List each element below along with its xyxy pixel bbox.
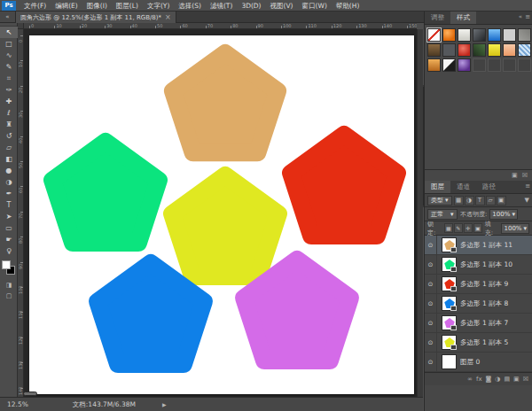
move-tool[interactable]: ↖: [0, 27, 18, 38]
lock-all-icon[interactable]: ▣: [473, 223, 482, 233]
horizontal-scrollbar-thumb[interactable]: [23, 392, 37, 396]
layer-thumbnail[interactable]: [442, 237, 457, 252]
style-default-none[interactable]: [427, 28, 441, 42]
horizontal-scrollbar[interactable]: [18, 391, 417, 397]
menu-item-4[interactable]: 文字(Y): [143, 0, 174, 12]
layer-row[interactable]: ⊙多边形 1 副本 8: [425, 294, 532, 314]
layer-row[interactable]: ⊙多边形 1 副本 11: [425, 236, 532, 255]
dodge-tool[interactable]: ◑: [0, 176, 18, 188]
style-amber-gradient[interactable]: [427, 58, 441, 72]
zoom-tool[interactable]: ♀: [0, 245, 18, 257]
style-blue-weave[interactable]: [518, 43, 531, 57]
layer-thumbnail[interactable]: [442, 354, 457, 369]
delete-layer-icon[interactable]: ☒: [523, 376, 528, 383]
menu-item-0[interactable]: 文件(F): [20, 0, 51, 12]
toggle-visibility-button[interactable]: ⊙: [425, 333, 437, 352]
style-empty-3[interactable]: [503, 58, 516, 72]
filter-shape-layers-icon[interactable]: ▱: [486, 196, 496, 206]
layer-row[interactable]: ⊙多边形 1 副本 7: [425, 314, 532, 333]
path-selection-tool[interactable]: ➤: [0, 211, 18, 222]
menu-item-1[interactable]: 编辑(E): [51, 0, 82, 12]
style-yellow-button[interactable]: [488, 43, 501, 57]
lock-pixels-icon[interactable]: ✎: [454, 223, 463, 233]
style-flat-gray[interactable]: [503, 28, 516, 42]
menu-item-7[interactable]: 3D(D): [237, 0, 265, 12]
menu-item-6[interactable]: 滤镜(T): [206, 0, 237, 12]
new-layer-icon[interactable]: ▣: [513, 376, 520, 383]
document-canvas[interactable]: [29, 35, 414, 394]
clone-stamp-tool[interactable]: ♜: [0, 119, 18, 130]
style-peach[interactable]: [503, 43, 516, 57]
toggle-visibility-button[interactable]: ⊙: [425, 236, 437, 254]
new-adjustment-layer-icon[interactable]: ◑: [495, 376, 500, 383]
style-stone[interactable]: [518, 28, 531, 42]
toggle-visibility-button[interactable]: ⊙: [425, 255, 437, 274]
lock-transparent-icon[interactable]: ▦: [444, 223, 453, 233]
toggle-visibility-button[interactable]: ⊙: [425, 294, 437, 313]
layers-tab-通道[interactable]: 通道: [450, 181, 476, 193]
filter-funnel-icon[interactable]: ▼: [525, 197, 529, 204]
toggle-visibility-button[interactable]: ⊙: [425, 353, 437, 371]
layers-tab-路径[interactable]: 路径: [476, 181, 502, 193]
styles-panel-menu-icon[interactable]: ≡: [525, 13, 530, 20]
filter-type-layers-icon[interactable]: T: [475, 196, 485, 206]
layer-row[interactable]: ⊙多边形 1 副本 9: [425, 275, 532, 294]
menu-item-9[interactable]: 窗口(W): [298, 0, 332, 12]
style-orange-glossy[interactable]: [442, 28, 456, 42]
collapse-panels-icon[interactable]: «: [519, 13, 522, 20]
layer-thumbnail[interactable]: [442, 257, 457, 272]
layer-row[interactable]: ⊙多边形 1 副本 5: [425, 333, 532, 353]
style-empty-2[interactable]: [488, 58, 501, 72]
layer-thumbnail[interactable]: [442, 335, 457, 350]
add-layer-mask-icon[interactable]: ◙: [486, 376, 492, 383]
blur-tool[interactable]: ●: [0, 165, 18, 176]
toggle-visibility-button[interactable]: ⊙: [425, 275, 437, 293]
zoom-level-field[interactable]: 12.5%: [7, 400, 28, 408]
style-light-button[interactable]: [458, 28, 471, 42]
styles-tab-调整[interactable]: 调整: [425, 12, 450, 24]
style-purple-glossy[interactable]: [458, 58, 471, 72]
red-pentagon[interactable]: [291, 135, 397, 236]
fill-field[interactable]: 100% ▾: [501, 223, 529, 234]
menu-item-2[interactable]: 图像(I): [82, 0, 112, 12]
filter-kind-dropdown[interactable]: 类型 ▾: [427, 196, 452, 206]
filter-pixel-layers-icon[interactable]: ▦: [454, 196, 464, 206]
styles-tab-样式[interactable]: 样式: [450, 12, 476, 24]
style-green-speckle[interactable]: [473, 43, 486, 57]
style-bronze[interactable]: [427, 43, 441, 57]
foreground-color-swatch[interactable]: [2, 260, 11, 269]
style-dark-bevel[interactable]: [473, 28, 486, 42]
layer-style-icon[interactable]: fx: [476, 376, 482, 383]
layer-row[interactable]: ⊙图层 0: [425, 353, 532, 372]
filter-smart-objects-icon[interactable]: ▣: [497, 196, 506, 206]
layer-row[interactable]: ⊙多边形 1 副本 10: [425, 255, 532, 275]
healing-brush-tool[interactable]: ✚: [0, 96, 18, 107]
hand-tool[interactable]: ☛: [0, 234, 18, 245]
close-tab-icon[interactable]: ×: [165, 13, 171, 21]
toolbar-collapse-button[interactable]: «: [0, 12, 16, 22]
tan-pentagon[interactable]: [173, 53, 278, 152]
shape-tool[interactable]: ▭: [0, 222, 18, 234]
vertical-scrollbar[interactable]: [417, 29, 423, 397]
eyedropper-tool[interactable]: ✑: [0, 84, 18, 96]
filter-adjustment-layers-icon[interactable]: ◑: [465, 196, 474, 206]
quick-selection-tool[interactable]: ✎: [0, 61, 18, 73]
brush-tool[interactable]: ℓ: [0, 107, 18, 119]
menu-item-8[interactable]: 视图(V): [266, 0, 298, 12]
style-bw-split[interactable]: [442, 58, 456, 72]
document-tab[interactable]: 圆角六边形 @ 12.5%(多边形 1 副本 11, RGB/8)* ×: [16, 12, 176, 23]
gradient-tool[interactable]: ◧: [0, 153, 18, 165]
yellow-pentagon[interactable]: [172, 175, 278, 276]
style-red-button[interactable]: [458, 43, 471, 57]
pen-tool[interactable]: ✒: [0, 188, 18, 199]
layer-thumbnail[interactable]: [442, 296, 457, 311]
lock-position-icon[interactable]: ✛: [464, 223, 473, 233]
type-tool[interactable]: T: [0, 199, 18, 211]
layers-panel-menu-icon[interactable]: ≡: [525, 182, 530, 190]
status-options-arrow-icon[interactable]: ▶: [162, 401, 167, 407]
style-empty-1[interactable]: [473, 58, 486, 72]
layers-tab-图层[interactable]: 图层: [425, 181, 450, 193]
new-style-icon[interactable]: ▣: [512, 172, 518, 179]
link-layers-icon[interactable]: ∞: [467, 376, 473, 383]
green-pentagon[interactable]: [52, 142, 159, 243]
